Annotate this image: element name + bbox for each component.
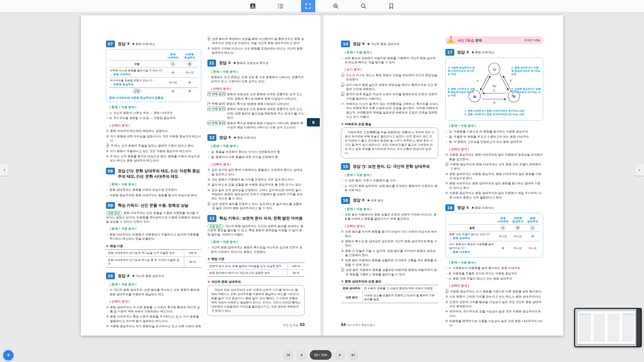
choice-text: 갑은 보편적 윤리를 인정하고 있다. 갑의 태도로 을의 태도를 성찰하면 을… bbox=[212, 202, 305, 210]
section-title: 정답 ⑤✱ 보편 윤리 bbox=[353, 197, 384, 203]
qtable-value: 예 bbox=[496, 241, 510, 255]
page-indicator[interactable]: 53 / 104 bbox=[310, 350, 332, 360]
next-page-arrow[interactable]: › bbox=[635, 164, 644, 176]
toc-list-icon[interactable] bbox=[273, 0, 288, 12]
choice-text: 문화의 보편성은 모든 문화에 내재된 공통적인 성격 요소이며, 문화의 특수… bbox=[227, 92, 305, 101]
grading-percent: 60 % bbox=[184, 256, 201, 267]
answer-text: 정답 ② bbox=[219, 60, 231, 65]
topic-tag: ✱ 극단적 문화 상대주의 bbox=[367, 42, 399, 46]
choice-marker: ㄹ. bbox=[341, 102, 345, 119]
next-page-button[interactable] bbox=[335, 350, 345, 360]
prev-page-arrow[interactable]: ‹ bbox=[0, 164, 9, 176]
section-08: 08정답 (가): 문화 상대주의 태도, (나): 자문화 중심주의 태도, … bbox=[106, 168, 201, 197]
bullet-item: 문화에는 인간 존엄성, 인권 보장 등 모든 문화에서 나타나는 공통적인 성… bbox=[207, 75, 305, 84]
bookmark-icon[interactable] bbox=[384, 0, 398, 12]
analysis-header: | 선택지 분석 | bbox=[110, 299, 201, 304]
prev-page-button[interactable] bbox=[297, 350, 306, 360]
choice-marker: ① bbox=[207, 168, 210, 176]
bullet-item: ㉠ 보편 윤리: 인류가 지향해야 할 가치 bbox=[341, 178, 438, 182]
definition-text: 시대와 장소를 초월하여 존중하고 따라야 할 행위의 기본 원리를 말함 bbox=[362, 292, 438, 303]
star-header-text: 채점 기준 bbox=[110, 244, 123, 248]
page-thumbnail[interactable] bbox=[574, 308, 642, 347]
qtable-value: 아니요 bbox=[525, 241, 540, 255]
choice-marker: ① bbox=[445, 153, 448, 161]
qtable-value: 예 bbox=[181, 78, 198, 88]
choice-item: ㉠인도의 카스트 제도는 특정 계층의 인권을 유린하여 인간의 존엄성을 파괴… bbox=[341, 73, 438, 82]
star-icon: ✱ bbox=[106, 244, 109, 248]
choice-text: 자문화 중심주의는 문화 사대주의와 달리 자문화의 정체성을 유지해야 함을 … bbox=[449, 153, 543, 161]
choice-marker: ③ bbox=[445, 300, 448, 309]
choice-item: ④제국주의, 국수주의로 흐를 가능성이 높은 것은 자문화 중심주의의 B이다… bbox=[445, 309, 543, 318]
section-title: 정답 ㉠: 보편 윤리, ㉡: 극단적 문화 상대주의 bbox=[353, 163, 430, 169]
section-09: 09핵심 키워드: 선진 문물 수용, 정체성 상실모범 답안문화 사대주의는 … bbox=[106, 202, 201, 268]
grading-row: 문화 사대주의의 순기능과 역기능을 모두 서술한 경우100 % bbox=[106, 250, 201, 256]
thumbnail-spread bbox=[578, 311, 635, 344]
diagram-note-b: B: 문화 사대주의가 자문화 중심주의에게 제기하는 비판 bbox=[448, 88, 476, 97]
correct-answer-marker: ⑤ bbox=[341, 267, 344, 272]
circled-letter: C bbox=[530, 226, 535, 230]
choice-item: ①문화 사대주의 태도에만 해당하는 설명이다. bbox=[106, 129, 201, 133]
section-header: 10정답 ④✱ 극단적 문화 상대주의 bbox=[106, 273, 201, 279]
analysis-header: | 선택지 분석 | bbox=[211, 162, 305, 167]
choice-item: ③문화 간 우열은 가릴 수 없으며, 보편 윤리를 지키면서 문화의 상대성을… bbox=[341, 249, 438, 257]
search-icon[interactable] bbox=[356, 0, 371, 12]
choice-text: 자문화 중심주의는 자기 문화만을 우수하다고 보고 다른 사회의 문화를 열등… bbox=[110, 324, 201, 329]
bullet-item: 자문화 중심주의와 문화 사대주의는 문화를 평가의 대상으로 본다. bbox=[106, 193, 201, 197]
left-page-column-1: 07정답 ③✱ 문화 이해 태도문화사대주의자문화중심주의구분AB낙후된 자신의… bbox=[106, 36, 201, 329]
bullet-item: ㉠ 극단적 문화 상대주의: 보편 윤리를 무시하고 모든 문화적 행위에 문화… bbox=[106, 288, 201, 296]
right-page-column-2: 1내신 1등급문제문제편 105p17정답 ②✱ 문화 이해 태도갑을병ABEF… bbox=[445, 36, 543, 329]
zoom-in-icon[interactable] bbox=[329, 0, 343, 12]
choice-marker: ④ bbox=[445, 309, 448, 318]
choice-text: 자기 문화가 우월하다고 믿는 것은 자문화 중심주의 태도이다. bbox=[110, 149, 192, 153]
last-page-button[interactable] bbox=[348, 350, 358, 360]
qtable-value: 아니요 bbox=[510, 231, 525, 241]
qtable-value: 예 bbox=[525, 231, 540, 241]
section-header: 17정답 ②✱ 문화 이해 태도 bbox=[445, 49, 543, 56]
analysis-header: | 문제 + 자료 분석 | bbox=[211, 70, 305, 74]
chapter-tab[interactable]: 9 bbox=[307, 118, 320, 126]
analysis-header: | 선택지 분석 | bbox=[110, 123, 201, 128]
choice-item: ①자문화 중심주의는 자기 문화를 기준으로 다른 문화를 낮게 평가한다. bbox=[445, 289, 543, 293]
banner-title-sub: 문제 bbox=[475, 38, 482, 42]
section-title: 정답 (가): 문화 상대주의 태도, (나): 자문화 중심주의 태도, (다… bbox=[118, 168, 201, 179]
section-title: 정답 ⑤✱ 문화 이해 태도 bbox=[219, 134, 257, 140]
answer-text: 정답 ④ bbox=[353, 42, 365, 46]
choice-text: 티베트는 시신이 잘 썩지 않는 자연환경을 고려하고, 독수리를 신성시하는 … bbox=[346, 102, 438, 119]
question-number-badge: 16 bbox=[341, 197, 350, 204]
choice-item: ③을의 태도로 갑을 성찰할 때 자문화 중심주의로 볼 만한 근거는 없다. bbox=[207, 182, 305, 187]
fullscreen-icon[interactable] bbox=[301, 0, 315, 12]
star-icon: ✱ bbox=[341, 280, 344, 283]
choice-text: 보편 윤리의 측면에서 보았을 때에 비난받아야 할 행위조차도 문화 상대주의… bbox=[212, 37, 305, 45]
page-number: 54 bbox=[341, 322, 346, 327]
svg-text:1: 1 bbox=[450, 40, 451, 43]
choice-item: ⑤타문화를 맹목적으로 수용할 가능성이 높은 것은 문화 사대주의의 A이다. bbox=[445, 319, 543, 328]
bullet-item: 극단적 문화 상대주의는 문화의 특수성을 지나치게 강조해 인류의 보편적 가… bbox=[207, 245, 305, 254]
page-seam bbox=[319, 15, 325, 336]
grading-percent: 100 % bbox=[184, 250, 201, 256]
banner-title: 내신 1등급문제 bbox=[458, 38, 482, 43]
choice-marker: ① bbox=[106, 129, 109, 133]
choice-text: 자문화 중심주의는 문화 상대주의와 달리 자문화가 제일 우수하며, 다른 사… bbox=[449, 191, 543, 200]
first-page-button[interactable] bbox=[283, 350, 293, 360]
download-icon[interactable] bbox=[246, 0, 260, 12]
choice-marker: ⑤ bbox=[207, 46, 210, 55]
choice-text: 문화의 특수성 및 상대성만 강조하면 극단적 문화 상대주의로 빠질 수 있다… bbox=[345, 239, 438, 248]
qtable-value: 아니요 bbox=[181, 67, 198, 77]
choice-item: ③두 태도 모두 문화의 우열을 정하는 절대적 기준이 있다고 본다. bbox=[106, 144, 201, 148]
star-header-text: 문화 상대주의와 보편 윤리 bbox=[345, 280, 382, 283]
section-header: 16정답 ⑤✱ 보편 윤리 bbox=[341, 197, 438, 204]
star-header-text: 극단적 문화 상대주의 bbox=[211, 280, 241, 283]
choice-text: 갑은 과거와 달리 현재 사회에서는 동물권도 보호해야 한다는 상대성을 강조… bbox=[211, 168, 305, 176]
choice-item: ④자기 문화가 우월하다고 믿는 것은 자문화 중심주의 태도이다. bbox=[106, 149, 201, 153]
svg-text:A: A bbox=[477, 79, 478, 82]
qtable-row: (가)예예 bbox=[109, 88, 198, 94]
choice-text: 문화 사대주의는 특정 사회의 문화를 우수하다고 보고, 자기 문화를 열등하… bbox=[110, 314, 201, 323]
add-button[interactable]: + bbox=[3, 350, 14, 360]
grading-criteria: 문화 사대주의의 순기능과 역기능을 모두 서술한 경우 bbox=[106, 250, 184, 256]
bullet-item: 문화 사대주의는 타문화가 자문화보다 우월하다고 믿으며 자문화를 무시하는 … bbox=[106, 232, 201, 241]
choice-item: ㉢중국의 전족 풍습은 여성의 신체의 자유를 침해하므로 인류의 보편적 가치… bbox=[341, 92, 438, 101]
choice-text: 두 태도 모두 문화의 우열을 정하는 절대적 기준이 있다고 본다. bbox=[110, 144, 194, 148]
star-header: ✱극단적 문화 상대주의 bbox=[207, 280, 305, 284]
choice-marker: ② bbox=[207, 177, 210, 181]
choice-marker: ③ bbox=[106, 324, 109, 329]
